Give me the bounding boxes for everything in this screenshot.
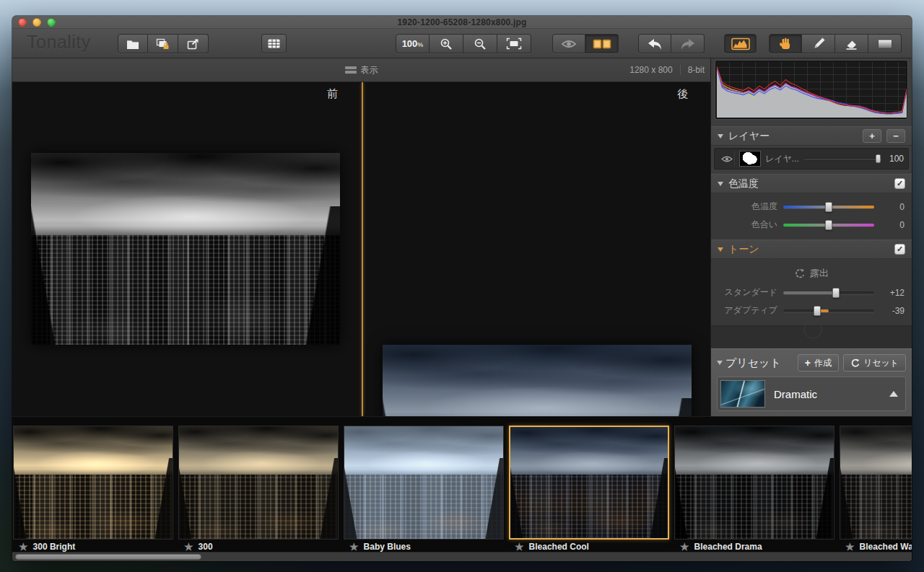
slider-thumb[interactable] <box>825 220 832 230</box>
zoom-in-button[interactable] <box>430 34 463 53</box>
preset-thumbnail-bleached-cool[interactable] <box>509 426 669 540</box>
remove-layer-button[interactable]: − <box>886 129 905 143</box>
undo-button[interactable] <box>638 34 671 53</box>
view-menu-button[interactable]: 表示 <box>345 64 378 76</box>
scrollbar-thumb[interactable] <box>15 554 201 560</box>
tone-checkbox[interactable]: ✓ <box>894 244 905 255</box>
exposure-reset-button[interactable]: 露出 <box>711 263 912 283</box>
fit-screen-button[interactable] <box>497 34 531 53</box>
layer-row[interactable]: レイヤ... 100 <box>714 148 909 170</box>
panel-gap <box>711 325 912 348</box>
collapse-triangle-icon <box>717 361 723 365</box>
presets-section-header[interactable]: プリセット <box>717 356 781 370</box>
chevron-up-icon <box>889 391 898 397</box>
histogram-toggle-group <box>724 34 757 53</box>
standard-slider-value: +12 <box>880 288 905 298</box>
tint-slider[interactable] <box>783 220 874 230</box>
preset-label[interactable]: ★Baby Blues <box>344 541 504 552</box>
tone-section-header[interactable]: トーン ✓ <box>711 239 912 259</box>
desktop: { "window": { "title": "1920-1200-65208-… <box>0 0 924 572</box>
reset-preset-button[interactable]: リセット <box>843 354 906 371</box>
gradient-tool-button[interactable] <box>868 34 902 53</box>
eraser-tool-button[interactable] <box>835 34 868 53</box>
zoom-button-group: 100% <box>396 34 531 53</box>
favorite-star-icon[interactable]: ★ <box>184 541 193 552</box>
batch-processing-button[interactable] <box>148 34 178 53</box>
filmstrip-scrollbar[interactable] <box>12 552 912 561</box>
slider-thumb[interactable] <box>825 202 832 212</box>
temperature-slider[interactable] <box>783 202 874 212</box>
slider-thumb[interactable] <box>832 288 840 298</box>
zoom-out-button[interactable] <box>463 34 497 53</box>
temperature-slider-value: 0 <box>880 202 905 212</box>
favorite-star-icon[interactable]: ★ <box>680 541 689 552</box>
title-bar: 1920-1200-65208-1280x800.jpg <box>12 16 912 29</box>
plus-icon: + <box>805 357 811 369</box>
collapse-triangle-icon <box>718 182 723 186</box>
preset-label[interactable]: ★Bleached Cool <box>509 541 669 552</box>
preset-thumbnail-300[interactable] <box>178 426 339 540</box>
opacity-slider-thumb[interactable] <box>876 154 881 163</box>
layer-visibility-toggle[interactable] <box>719 151 735 167</box>
preset-label[interactable]: ★300 Bright <box>13 541 173 552</box>
favorite-star-icon[interactable]: ★ <box>515 541 524 552</box>
preset-label[interactable]: ★Bleached Warm <box>840 541 912 552</box>
collapse-triangle-icon <box>718 247 723 252</box>
preview-original-button[interactable] <box>552 34 585 53</box>
app-window: 1920-1200-65208-1280x800.jpg Tonality <box>12 16 912 561</box>
redo-button[interactable] <box>671 34 705 53</box>
history-group <box>638 34 705 53</box>
preset-selector[interactable]: Dramatic <box>717 377 906 411</box>
compare-view-button[interactable] <box>585 34 619 53</box>
window-title: 1920-1200-65208-1280x800.jpg <box>12 17 912 27</box>
layer-mask-thumbnail[interactable] <box>739 151 761 167</box>
temperature-checkbox[interactable]: ✓ <box>894 178 905 189</box>
favorite-star-icon[interactable]: ★ <box>845 541 855 552</box>
fit-screen-icon <box>506 38 522 50</box>
preset-thumbnail-300-bright[interactable] <box>13 426 173 540</box>
layer-opacity-slider[interactable] <box>804 154 882 164</box>
layers-section-header[interactable]: レイヤー + − <box>711 126 912 146</box>
bit-depth-label: 8-bit <box>688 65 705 75</box>
app-logo: Tonality <box>27 32 91 53</box>
preset-thumbnail-bleached-warm[interactable] <box>840 426 912 540</box>
file-button-group <box>118 34 209 53</box>
presets-title: プリセット <box>725 356 781 370</box>
tools-group <box>769 34 902 53</box>
slider-thumb[interactable] <box>814 306 821 316</box>
open-button[interactable] <box>118 34 148 53</box>
compare-divider[interactable] <box>362 82 363 416</box>
brush-tool-button[interactable] <box>802 34 835 53</box>
open-icon <box>126 38 140 50</box>
zoom-level-button[interactable]: 100% <box>396 34 430 53</box>
preset-label[interactable]: ★300 <box>178 541 339 552</box>
preset-thumbnail-baby-blues[interactable] <box>344 426 504 540</box>
adaptive-slider-label: アダプティブ <box>718 304 777 317</box>
layers-title: レイヤー <box>728 130 770 143</box>
view-menu-label: 表示 <box>361 64 378 76</box>
compare-canvas[interactable]: 前 後 <box>12 82 710 416</box>
add-layer-button[interactable]: + <box>863 129 881 143</box>
histogram-display <box>715 61 907 119</box>
zoom-out-icon <box>474 38 487 50</box>
temperature-section-header[interactable]: 色温度 ✓ <box>711 174 912 193</box>
favorite-star-icon[interactable]: ★ <box>349 541 359 552</box>
texture-browser-button[interactable] <box>261 34 287 53</box>
standard-slider-label: スタンダード <box>718 286 777 299</box>
layers-lock-icon <box>155 38 170 50</box>
preset-thumbnail-bleached-drama[interactable] <box>674 426 834 540</box>
favorite-star-icon[interactable]: ★ <box>19 541 28 552</box>
hand-tool-button[interactable] <box>769 34 802 53</box>
export-button[interactable] <box>178 34 209 53</box>
reset-preset-label: リセット <box>863 357 899 369</box>
create-preset-button[interactable]: + 作成 <box>798 354 839 371</box>
histogram-toggle-button[interactable] <box>724 34 757 53</box>
temperature-slider-label: 色温度 <box>718 201 777 213</box>
texture-browser-group <box>261 34 287 53</box>
create-preset-label: 作成 <box>814 357 832 369</box>
tone-title: トーン <box>728 243 759 256</box>
adaptive-exposure-slider[interactable] <box>783 306 874 316</box>
zoom-in-icon <box>440 38 453 50</box>
preset-label[interactable]: ★Bleached Drama <box>674 541 834 552</box>
standard-exposure-slider[interactable] <box>783 288 874 298</box>
